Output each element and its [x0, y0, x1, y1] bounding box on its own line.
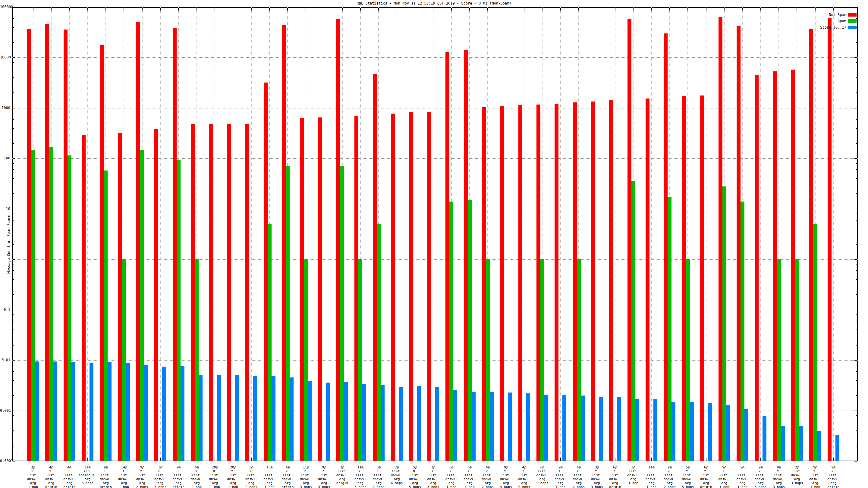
bar-not-spam: [755, 75, 758, 461]
bar-spam: [31, 150, 35, 461]
bar-score: [835, 435, 839, 461]
bar-spam: [140, 150, 144, 461]
legend-row: Spam: [791, 19, 857, 23]
legend-label: Score (0..1): [820, 25, 846, 30]
bar-score: [217, 375, 221, 461]
x-tick: [306, 8, 306, 10]
x-gridline: [506, 7, 506, 461]
x-tick: [378, 8, 379, 10]
y-minor-tick: [13, 330, 14, 330]
bar-score: [272, 376, 276, 461]
x-tick: [578, 8, 579, 10]
bar-score: [544, 395, 548, 461]
x-gridline: [233, 7, 233, 461]
x-gridline: [597, 7, 597, 461]
y-minor-tick: [856, 119, 857, 120]
bar-not-spam: [664, 33, 668, 461]
x-tick: [142, 8, 143, 10]
y-minor-tick: [856, 422, 857, 422]
bar-not-spam: [646, 98, 650, 461]
bar-not-spam: [427, 112, 431, 461]
legend-swatch: [848, 13, 857, 17]
bar-score: [417, 386, 421, 461]
bar-score: [599, 397, 603, 461]
y-minor-tick: [856, 163, 857, 164]
x-tick: [215, 8, 215, 10]
y-minor-tick: [856, 380, 857, 381]
y-minor-tick: [13, 315, 14, 315]
x-tick: [105, 8, 106, 10]
bar-score: [690, 402, 694, 461]
bar-score: [381, 385, 384, 461]
y-minor-tick: [13, 143, 14, 144]
x-tick: [724, 8, 724, 10]
x-tick: [815, 8, 815, 10]
rbl-statistics-chart: RBL Statistics - Mon Nov 11 12:58:19 EST…: [0, 0, 868, 488]
y-minor-tick: [13, 395, 14, 396]
x-tick: [360, 8, 361, 10]
bar-score: [308, 381, 312, 461]
bar-not-spam: [191, 124, 195, 461]
y-minor-tick: [13, 229, 14, 229]
x-tick: [742, 8, 743, 10]
bar-spam: [67, 156, 71, 461]
y-minor-tick: [856, 178, 857, 179]
y-tick-label: 1000: [0, 106, 10, 110]
x-tick: [269, 8, 270, 10]
y-minor-tick: [13, 69, 14, 69]
bar-not-spam: [737, 26, 741, 461]
y-minor-tick: [13, 42, 14, 43]
bar-spam: [195, 259, 198, 461]
y-minor-tick: [856, 279, 857, 280]
bar-not-spam: [45, 24, 49, 461]
x-tick: [833, 458, 834, 461]
bar-not-spam: [282, 25, 286, 461]
x-gridline: [415, 7, 415, 461]
bar-score: [326, 383, 330, 461]
bar-score: [399, 387, 403, 461]
bar-score: [635, 399, 639, 461]
bar-not-spam: [100, 45, 104, 461]
legend-swatch: [848, 26, 857, 29]
bar-not-spam: [536, 104, 540, 461]
x-tick: [342, 8, 343, 10]
bar-not-spam: [500, 106, 504, 461]
bar-not-spam: [573, 102, 577, 461]
x-tick: [324, 8, 324, 10]
bar-not-spam: [245, 124, 249, 461]
y-minor-tick: [13, 279, 14, 280]
y-minor-tick: [856, 395, 857, 396]
x-tick: [778, 8, 779, 10]
y-minor-tick: [856, 214, 857, 214]
x-gridline: [215, 7, 215, 461]
bar-score: [162, 367, 166, 461]
y-minor-tick: [13, 27, 14, 28]
y-minor-tick: [856, 128, 857, 129]
x-gridline: [251, 7, 252, 461]
bar-not-spam: [591, 101, 595, 461]
bar-spam: [340, 166, 344, 461]
y-tick: [855, 209, 857, 209]
x-tick: [87, 458, 88, 461]
bar-not-spam: [828, 18, 832, 461]
bar-spam: [468, 200, 472, 461]
bar-not-spam: [300, 118, 304, 461]
y-tick-label: 0.0001: [0, 459, 10, 463]
y-minor-tick: [13, 220, 14, 221]
y-minor-tick: [856, 18, 857, 19]
x-tick: [506, 458, 506, 461]
y-minor-tick: [856, 294, 857, 295]
x-tick: [560, 458, 561, 461]
bar-score: [799, 426, 803, 461]
bar-not-spam: [318, 118, 322, 461]
x-tick: [633, 8, 633, 10]
y-minor-tick: [856, 365, 857, 365]
bar-score: [781, 426, 785, 461]
bar-spam: [177, 160, 181, 461]
bar-not-spam: [336, 19, 340, 461]
bar-not-spam: [354, 116, 358, 461]
y-minor-tick: [13, 119, 14, 120]
bar-score: [198, 375, 203, 461]
y-minor-tick: [856, 371, 857, 372]
y-tick-label: 10: [0, 207, 10, 211]
